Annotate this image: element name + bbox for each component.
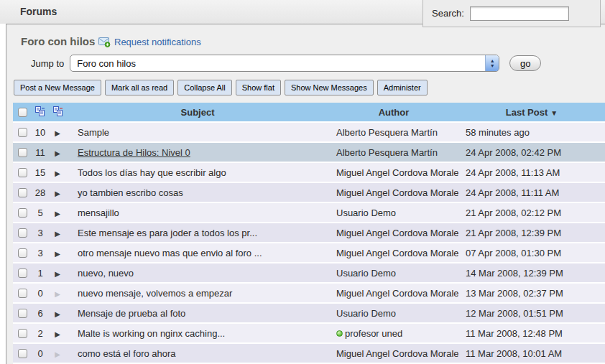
toolbar-button-post-a-new-message[interactable]: Post a New Message	[14, 80, 101, 95]
toolbar-button-mark-all-as-read[interactable]: Mark all as read	[105, 80, 174, 95]
thread-author: Alberto Pesquera Martín	[336, 147, 438, 158]
table-row[interactable]: 0 ▶ como está el foro ahora Miguel Angel…	[13, 344, 605, 363]
table-row[interactable]: 3 ▶ Este mensaje es para joder a todos l…	[13, 223, 605, 242]
table-row[interactable]: 15 ▶ Todos los días hay que escribir alg…	[13, 163, 605, 182]
expand-triangle-icon[interactable]: ▶	[55, 129, 60, 137]
table-row[interactable]: 10 ▶ Sample Alberto Pesquera Martín 58 m…	[13, 123, 605, 141]
expand-triangle-icon[interactable]: ▶	[55, 310, 60, 318]
table-row[interactable]: 5 ▶ mensajillo Usuario Demo 21 Apr 2008,…	[13, 203, 605, 222]
request-notifications-link[interactable]: Request notifications	[98, 37, 201, 47]
author-cell: Usuario Demo	[329, 207, 458, 218]
thread-subject[interactable]: Mensaje de prueba al foto	[78, 308, 185, 319]
thread-author: Miguel Angel Cordova Morales	[336, 228, 458, 238]
toolbar-button-show-flat[interactable]: Show flat	[236, 80, 281, 95]
table-row[interactable]: 11 ▶ Estructura de Hilos: Nivel 0 Albert…	[13, 143, 605, 162]
expand-triangle-icon[interactable]: ▶	[55, 330, 60, 338]
row-checkbox[interactable]	[18, 168, 27, 177]
row-checkbox-cell	[13, 208, 32, 218]
expand-triangle-icon[interactable]: ▶	[55, 149, 60, 157]
row-checkbox[interactable]	[18, 269, 27, 278]
select-stepper-icon[interactable]: ▲ ▼	[485, 55, 499, 71]
author-cell: Alberto Pesquera Martín	[329, 127, 458, 138]
stepper-up-icon: ▲	[490, 58, 495, 63]
lastpost-column-header[interactable]: Last Post▼	[458, 107, 605, 118]
table-row[interactable]: 6 ▶ Mensaje de prueba al foto Usuario De…	[13, 304, 605, 322]
thread-subject[interactable]: Estructura de Hilos: Nivel 0	[78, 147, 190, 158]
subject-cell: Este mensaje es para joder a todos los p…	[66, 228, 329, 238]
subject-column-header[interactable]: Subject	[66, 107, 329, 118]
row-checkbox[interactable]	[18, 128, 27, 137]
row-checkbox[interactable]	[18, 208, 27, 218]
triangle-cell: ▶	[49, 308, 66, 319]
expand-triangle-icon[interactable]: ▶	[55, 169, 60, 177]
forum-jump-select[interactable]: Foro con hilos ▲ ▼	[70, 55, 499, 72]
row-checkbox-cell	[13, 148, 32, 157]
thread-subject[interactable]: mensajillo	[78, 207, 119, 218]
row-checkbox[interactable]	[18, 349, 27, 358]
expand-triangle-icon[interactable]: ▶	[55, 270, 60, 278]
select-all-checkbox[interactable]	[18, 108, 27, 117]
row-checkbox[interactable]	[18, 329, 27, 338]
message-pages-icon[interactable]	[34, 106, 45, 118]
expand-triangle-icon: ▶	[55, 290, 60, 298]
thread-subject[interactable]: Todos los días hay que escribir algo	[78, 167, 226, 178]
expand-triangle-icon[interactable]: ▶	[55, 210, 60, 218]
lastpost-header-label: Last Post	[506, 107, 548, 118]
forum-title: Foro con hilos	[21, 35, 95, 47]
row-checkbox-cell	[13, 269, 32, 278]
thread-subject[interactable]: yo tambien escribo cosas	[78, 187, 183, 198]
reply-count: 5	[32, 207, 49, 218]
request-notifications-label: Request notifications	[114, 37, 201, 47]
subject-cell: nuevo mensaje, volvemos a empezar	[66, 288, 329, 299]
triangle-cell: ▶	[49, 288, 66, 299]
row-checkbox[interactable]	[18, 228, 27, 238]
last-post-date: 13 Mar 2008, 02:37 PM	[458, 288, 605, 299]
row-checkbox[interactable]	[18, 309, 27, 318]
table-row[interactable]: 0 ▶ nuevo mensaje, volvemos a empezar Mi…	[13, 284, 605, 302]
new-message-pages-icon[interactable]	[52, 106, 63, 118]
go-button[interactable]: go	[509, 55, 541, 71]
row-checkbox[interactable]	[18, 148, 27, 157]
thread-subject[interactable]: Sample	[78, 127, 109, 138]
triangle-cell: ▶	[49, 127, 66, 138]
search-label: Search:	[432, 8, 464, 19]
reply-count: 28	[32, 187, 49, 198]
expand-triangle-icon[interactable]: ▶	[55, 230, 60, 238]
thread-author: Usuario Demo	[336, 268, 396, 279]
author-cell: profesor uned	[329, 328, 458, 339]
table-row[interactable]: 3 ▶ otro mensaje nuevo mas que envio al …	[13, 243, 605, 262]
toolbar-button-show-new-messages[interactable]: Show New Messages	[285, 80, 374, 95]
jump-select-value: Foro con hilos	[77, 58, 136, 69]
reply-count: 3	[32, 248, 49, 258]
sort-desc-icon[interactable]: ▼	[550, 109, 558, 117]
triangle-cell: ▶	[49, 228, 66, 238]
reply-count: 0	[32, 348, 49, 359]
search-input[interactable]	[470, 6, 569, 21]
envelope-plus-icon	[98, 37, 111, 47]
thread-subject[interactable]: nuevo mensaje, volvemos a empezar	[78, 288, 232, 299]
row-checkbox[interactable]	[18, 289, 27, 298]
toolbar-button-collapse-all[interactable]: Collapse All	[177, 80, 231, 95]
table-row[interactable]: 2 ▶ Malte is working on nginx caching...…	[13, 324, 605, 342]
thread-subject[interactable]: otro mensaje nuevo mas que envio al foro…	[78, 248, 262, 258]
expand-triangle-icon[interactable]: ▶	[55, 190, 60, 197]
table-row[interactable]: 28 ▶ yo tambien escribo cosas Miguel Ang…	[13, 183, 605, 202]
page-title: Forums	[20, 6, 57, 17]
stepper-down-icon: ▼	[490, 63, 495, 68]
row-checkbox[interactable]	[18, 188, 27, 197]
thread-subject[interactable]: como está el foro ahora	[78, 348, 176, 359]
thread-subject[interactable]: Malte is working on nginx caching...	[78, 328, 225, 339]
row-checkbox[interactable]	[18, 248, 27, 258]
thread-subject[interactable]: nuevo, nuevo	[78, 268, 134, 279]
table-row[interactable]: 1 ▶ nuevo, nuevo Usuario Demo 14 Mar 200…	[13, 263, 605, 282]
triangle-cell: ▶	[49, 207, 66, 218]
thread-subject[interactable]: Este mensaje es para joder a todos los p…	[78, 228, 257, 238]
thread-author: profesor uned	[345, 328, 402, 339]
author-cell: Miguel Angel Cordova Morales	[329, 187, 458, 198]
subject-cell: como está el foro ahora	[66, 348, 329, 359]
search-area: Search:	[422, 0, 601, 27]
thread-author: Miguel Angel Cordova Morales	[336, 167, 458, 178]
toolbar-button-administer[interactable]: Administer	[377, 80, 428, 95]
expand-triangle-icon[interactable]: ▶	[55, 250, 60, 258]
author-column-header[interactable]: Author	[329, 107, 458, 118]
